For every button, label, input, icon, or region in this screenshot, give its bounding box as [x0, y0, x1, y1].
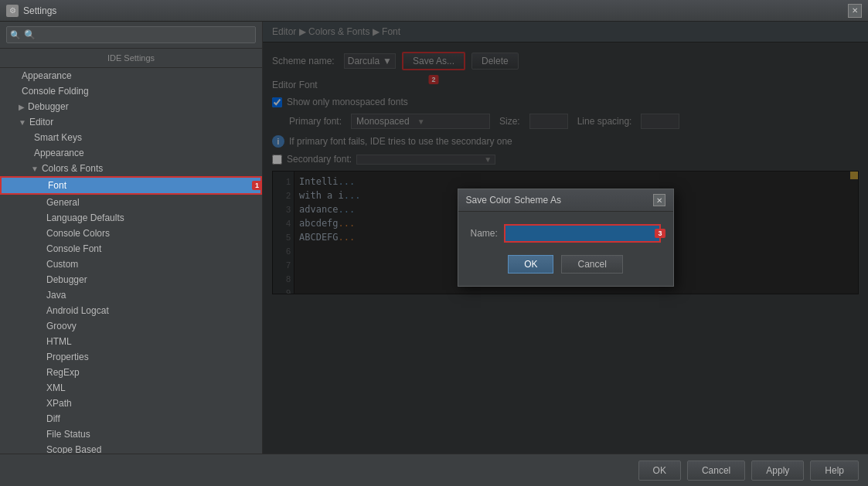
modal-name-input[interactable]: Myfont [504, 224, 661, 243]
cancel-button[interactable]: Cancel [687, 461, 745, 481]
sidebar-item-android-logcat[interactable]: Android Logcat [0, 303, 262, 318]
sidebar: 🔍 IDE Settings Appearance Console Foldin… [0, 22, 263, 454]
sidebar-item-language-defaults[interactable]: Language Defaults [0, 210, 262, 226]
sidebar-item-label: Java [46, 290, 66, 301]
content-panel: Editor ▶ Colors & Fonts ▶ Font Scheme na… [263, 22, 868, 454]
sidebar-item-console-font[interactable]: Console Font [0, 241, 262, 257]
modal-title-bar: Save Color Scheme As ✕ [458, 189, 673, 212]
window-title: Settings [23, 5, 848, 16]
sidebar-item-label: Diff [46, 413, 60, 424]
sidebar-item-label: Colors & Fonts [42, 163, 103, 174]
help-button[interactable]: Help [810, 461, 859, 481]
sidebar-item-label: XML [46, 382, 66, 393]
sidebar-item-smart-keys[interactable]: Smart Keys [0, 130, 262, 145]
sidebar-item-xpath[interactable]: XPath [0, 396, 262, 411]
sidebar-item-label: Appearance [34, 148, 84, 158]
sidebar-item-console-colors[interactable]: Console Colors [0, 226, 262, 241]
sidebar-item-label: RegExp [46, 367, 80, 378]
sidebar-item-editor[interactable]: ▼ Editor [0, 114, 262, 130]
badge-1: 1 [252, 181, 262, 190]
modal-save-color-scheme: Save Color Scheme As ✕ Name: Myfont 3 OK… [458, 189, 674, 287]
sidebar-item-file-status[interactable]: File Status [0, 427, 262, 442]
sidebar-item-label: Console Colors [46, 228, 110, 239]
sidebar-item-editor-appearance[interactable]: Appearance [0, 145, 262, 161]
bottom-bar: OK Cancel Apply Help [0, 454, 868, 486]
sidebar-item-label: Smart Keys [34, 132, 82, 143]
sidebar-item-custom[interactable]: Custom [0, 257, 262, 272]
sidebar-item-diff[interactable]: Diff [0, 411, 262, 427]
search-icon: 🔍 [10, 30, 21, 40]
modal-buttons: OK Cancel [471, 255, 661, 274]
modal-close-button[interactable]: ✕ [653, 194, 665, 206]
modal-title: Save Color Scheme As [466, 195, 561, 206]
chevron-down-icon: ▼ [19, 118, 26, 127]
sidebar-item-debugger[interactable]: ▶ Debugger [0, 99, 262, 114]
sidebar-item-label: Properties [46, 352, 89, 362]
sidebar-item-label: Font [48, 180, 66, 191]
sidebar-item-appearance[interactable]: Appearance [0, 68, 262, 83]
sidebar-item-label: Custom [46, 259, 78, 270]
sidebar-item-label: Console Font [46, 243, 101, 254]
sidebar-item-xml[interactable]: XML [0, 380, 262, 396]
sidebar-item-label: Appearance [22, 70, 72, 81]
title-bar: ⚙ Settings ✕ [0, 0, 868, 22]
modal-body: Name: Myfont 3 OK Cancel [458, 212, 673, 286]
window-close-button[interactable]: ✕ [848, 4, 862, 18]
app-icon: ⚙ [6, 5, 19, 17]
apply-button[interactable]: Apply [751, 461, 804, 481]
sidebar-item-properties[interactable]: Properties [0, 349, 262, 365]
sidebar-item-debugger-colors[interactable]: Debugger [0, 272, 262, 287]
sidebar-item-label: Language Defaults [46, 212, 124, 223]
sidebar-item-label: Console Folding [22, 86, 89, 97]
search-input[interactable] [6, 26, 256, 43]
modal-cancel-button[interactable]: Cancel [561, 255, 622, 274]
sidebar-item-label: Scope Based [46, 444, 101, 454]
sidebar-search-container: 🔍 [0, 22, 262, 49]
sidebar-section-title: IDE Settings [0, 49, 262, 68]
sidebar-item-html[interactable]: HTML [0, 334, 262, 349]
sidebar-item-general[interactable]: General [0, 195, 262, 210]
sidebar-item-label: Groovy [46, 321, 77, 331]
sidebar-item-label: Editor [29, 117, 53, 127]
sidebar-item-label: HTML [46, 336, 72, 347]
modal-ok-button[interactable]: OK [508, 255, 553, 274]
sidebar-item-label: File Status [46, 429, 90, 440]
sidebar-item-label: Debugger [28, 101, 69, 112]
modal-name-label: Name: [471, 228, 498, 239]
modal-overlay: Save Color Scheme As ✕ Name: Myfont 3 OK… [263, 22, 868, 454]
sidebar-item-regexp[interactable]: RegExp [0, 365, 262, 380]
sidebar-item-colors-fonts[interactable]: ▼ Colors & Fonts [0, 161, 262, 176]
modal-name-row: Name: Myfont 3 [471, 224, 661, 243]
sidebar-item-label: General [46, 197, 80, 208]
sidebar-item-label: XPath [46, 398, 72, 409]
sidebar-item-scope-based[interactable]: Scope Based [0, 442, 262, 454]
sidebar-item-console-folding[interactable]: Console Folding [0, 83, 262, 99]
sidebar-item-groovy[interactable]: Groovy [0, 318, 262, 334]
badge-3: 3 [655, 229, 665, 238]
sidebar-item-java[interactable]: Java [0, 287, 262, 303]
chevron-down-icon: ▼ [31, 165, 39, 173]
chevron-right-icon: ▶ [19, 103, 25, 111]
ok-button[interactable]: OK [638, 461, 681, 481]
sidebar-item-font[interactable]: Font 1 [0, 176, 262, 195]
sidebar-item-label: Android Logcat [46, 305, 109, 316]
sidebar-item-label: Debugger [46, 274, 87, 285]
